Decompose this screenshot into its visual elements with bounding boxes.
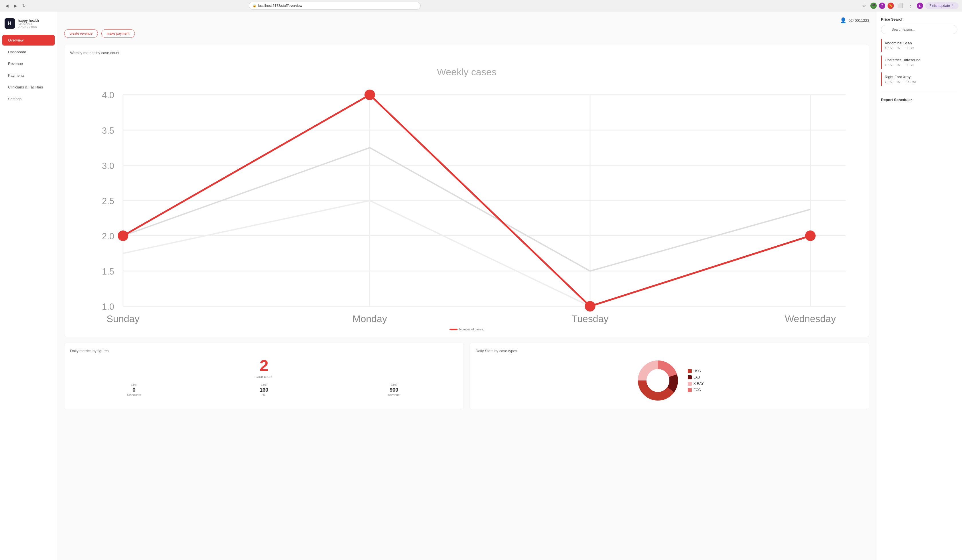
logo-name: happy health [18,19,52,23]
price-type-abdominal: T: USG [904,47,914,50]
action-buttons: create revenue make payment [64,29,869,38]
address-bar[interactable]: 🔒 localhost:5173/staff/overview [249,2,421,10]
daily-stats-card: Daily Stats by case types [470,343,869,409]
price-currency-abdominal: ¢: 150 [885,47,894,50]
metric-discounts: GHS 0 Discounts [70,383,198,397]
logo-letter: H [8,21,11,26]
forward-button[interactable]: ▶ [12,2,19,9]
settings-icon[interactable]: ⋮ [906,2,915,10]
svg-point-27 [647,369,670,392]
legend-dot-lab [688,375,692,379]
svg-text:1.0: 1.0 [102,302,114,312]
price-item-xray: Right Foot Xray ¢: 150 %: T: X-RAY [881,73,957,86]
main-content: 👤 0240011223 create revenue make payment… [57,11,876,560]
svg-text:3.0: 3.0 [102,161,114,171]
legend-label-usg: USG [693,369,701,373]
weekly-chart-svg: Weekly cases 1.0 1.5 [70,60,863,324]
logo-box: H [5,18,15,29]
price-currency-xray: ¢: 150 [885,80,894,84]
price-item-obstetrics: Obstetrics Ultrasound ¢: 150 %: T: USG [881,56,957,69]
refresh-button[interactable]: ↻ [21,2,27,9]
browser-actions: ☆ 🏴 7 ✏️ ⬜ ⋮ L Finish update ⋮ [860,2,959,10]
user-avatar-icon: 👤 [840,17,846,24]
chart-point-wednesday [805,231,816,241]
search-wrapper: 🔍 [881,25,957,34]
chart-wrapper: Weekly cases 1.0 1.5 [70,60,863,324]
price-item-name-xray: Right Foot Xray [885,75,954,79]
svg-text:2.5: 2.5 [102,196,114,206]
metric-percent-label: % [200,393,328,397]
top-header: 👤 0240011223 [64,17,869,24]
donut-legend: USG LAB X-RAY ECG [688,369,704,392]
make-payment-button[interactable]: make payment [102,29,135,38]
price-item-meta-obstetrics: ¢: 150 %: T: USG [885,63,954,67]
legend-dot-xray [688,382,692,386]
chart-point-monday [365,90,375,100]
finish-update-button[interactable]: Finish update ⋮ [925,2,959,9]
legend-label-lab: LAB [693,375,700,379]
metric-discounts-label: Discounts [70,393,198,397]
metric-revenue-currency: GHS [330,383,458,386]
price-item-name-abdominal: Abdominal Scan [885,41,954,45]
legend-item-ecg: ECG [688,388,704,392]
chart-point-sunday [118,231,128,241]
legend-label: Number of cases: [459,328,484,331]
svg-text:Wednesday: Wednesday [785,313,836,324]
legend-dot-usg [688,369,692,373]
price-item-abdominal: Abdominal Scan ¢: 150 %: T: USG [881,39,957,52]
sidebar-item-payments[interactable]: Payments [2,70,55,81]
price-percent-xray: %: [897,80,901,84]
price-percent-obstetrics: %: [897,63,901,67]
lock-icon: 🔒 [253,4,257,8]
nav-buttons: ◀ ▶ ↻ [3,2,27,9]
back-button[interactable]: ◀ [3,2,10,9]
star-icon[interactable]: ☆ [860,2,868,10]
metric-revenue-label: revenue [330,393,458,397]
svg-text:4.0: 4.0 [102,90,114,100]
case-count-label: case count [70,375,458,379]
donut-chart-svg [635,358,681,403]
report-scheduler-title: Report Scheduler [881,98,957,102]
price-item-name-obstetrics: Obstetrics Ultrasound [885,58,954,62]
bottom-row: Daily metrics by figures 2 case count GH… [64,343,869,415]
svg-text:Sunday: Sunday [107,313,139,324]
sidebar-item-revenue[interactable]: Revenue [2,58,55,69]
sidebar-item-settings[interactable]: Settings [2,94,55,104]
legend-item-usg: USG [688,369,704,373]
profile-avatar[interactable]: L [917,3,923,9]
sidebar: H happy health IMAGING & DIAGNOSTICS Ove… [0,11,57,560]
logo-area: H happy health IMAGING & DIAGNOSTICS [0,16,57,34]
metric-discounts-value: 0 [70,387,198,393]
legend-dot-ecg [688,388,692,392]
svg-text:1.5: 1.5 [102,266,114,276]
sidebar-item-overview[interactable]: Overview [2,35,55,45]
price-type-obstetrics: T: USG [904,63,914,67]
extensions-icon[interactable]: ⬜ [896,2,904,10]
create-revenue-button[interactable]: create revenue [64,29,98,38]
price-type-xray: T: X-RAY [904,80,917,84]
ext-pen-icon[interactable]: ✏️ [888,3,894,9]
sidebar-item-clinicians[interactable]: Clinicians & Facilities [2,82,55,92]
price-percent-abdominal: %: [897,47,901,50]
series-label: Weekly cases [437,66,496,77]
chart-point-tuesday [585,301,595,311]
legend-label-ecg: ECG [693,388,701,392]
ext-badge-icon[interactable]: 7 [879,3,885,9]
weekly-chart-card: Weekly metrics by case count Weekly case… [64,45,869,337]
legend-item-xray: X-RAY [688,382,704,386]
svg-text:3.5: 3.5 [102,126,114,136]
metric-percent: GHS 160 % [200,383,328,397]
svg-text:2.0: 2.0 [102,231,114,241]
daily-stats-title: Daily Stats by case types [476,349,863,353]
legend-line-icon [450,329,457,330]
case-count-value: 2 [70,358,458,374]
panel-divider [881,92,957,92]
search-input[interactable] [881,25,957,34]
donut-area: USG LAB X-RAY ECG [476,358,863,403]
logo-subtitle: IMAGING & DIAGNOSTICS [18,23,52,28]
ext-flag-icon[interactable]: 🏴 [870,3,876,9]
url-text: localhost:5173/staff/overview [258,4,302,8]
finish-update-menu-icon: ⋮ [951,4,954,8]
metric-percent-value: 160 [200,387,328,393]
sidebar-item-dashboard[interactable]: Dashboard [2,47,55,57]
